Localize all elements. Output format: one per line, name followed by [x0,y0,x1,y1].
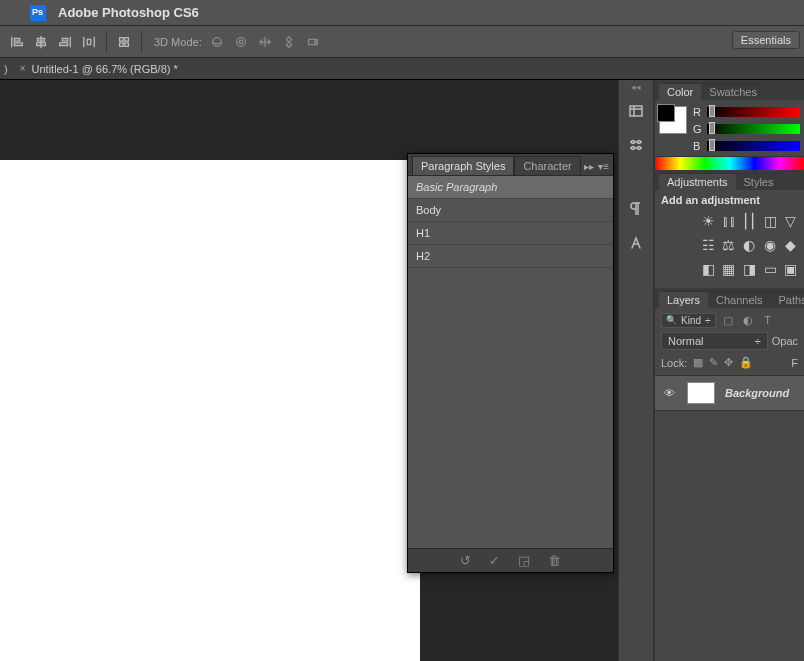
balance-icon[interactable]: ⚖ [722,236,737,254]
collapse-icon[interactable]: ◂◂ [631,82,641,92]
color-spectrum[interactable] [655,156,804,170]
bw-icon[interactable]: ◐ [742,236,757,254]
tab-styles[interactable]: Styles [736,173,782,190]
app-logo-icon [30,5,46,21]
3d-roll-icon[interactable] [232,33,250,51]
r-label: R [693,106,703,118]
distribute-icon[interactable] [78,31,100,53]
color-swatch[interactable] [659,106,687,134]
tab-color[interactable]: Color [659,83,701,100]
lock-pixels-icon[interactable]: ✎ [709,356,718,369]
svg-point-1 [236,37,245,46]
document-tab-label: Untitled-1 @ 66.7% (RGB/8) * [32,63,178,75]
align-left-icon[interactable] [6,31,28,53]
character-icon[interactable] [623,230,649,256]
panel-menu-icon[interactable]: ▾≡ [598,161,609,172]
tab-channels[interactable]: Channels [708,291,770,308]
svg-rect-5 [630,106,642,116]
canvas[interactable] [0,160,420,661]
history-icon[interactable] [623,98,649,124]
threshold-icon[interactable]: ◨ [742,260,757,278]
selective-icon[interactable]: ▣ [783,260,798,278]
dock-column: ◂◂ [618,80,654,661]
divider [106,31,107,53]
style-list-empty [408,268,613,548]
lock-position-icon[interactable]: ✥ [724,356,733,369]
style-item-h2[interactable]: H2 [408,245,613,268]
redefine-icon[interactable]: ✓ [489,553,500,568]
visibility-icon[interactable]: 👁 [661,387,677,399]
brightness-icon[interactable]: ☀ [701,212,716,230]
opacity-label: Opac [772,335,798,347]
layers-panel-tabs: Layers Channels Paths [655,288,804,308]
workspace-switcher[interactable]: Essentials [732,31,800,49]
adjustments-panel: Add an adjustment ☀ ⫿⫿ ⎮⎮ ◫ ▽ ☷ ⚖ ◐ ◉ ◆ … [655,190,804,288]
style-item-body[interactable]: Body [408,199,613,222]
layer-row[interactable]: 👁 Background [655,375,804,411]
layer-thumbnail[interactable] [687,382,715,404]
properties-icon[interactable] [623,132,649,158]
r-slider[interactable] [707,107,800,117]
svg-point-7 [638,141,641,144]
lock-all-icon[interactable]: 🔒 [739,356,753,369]
lock-transparency-icon[interactable]: ▩ [693,356,703,369]
paragraph-panel-footer: ↺ ✓ ◲ 🗑 [408,548,613,572]
paragraph-icon[interactable] [623,196,649,222]
style-list: Basic Paragraph Body H1 H2 [408,176,613,548]
align-center-icon[interactable] [30,31,52,53]
hue-icon[interactable]: ☷ [701,236,716,254]
channel-mixer-icon[interactable]: ◆ [783,236,798,254]
vibrance-icon[interactable]: ▽ [783,212,798,230]
exposure-icon[interactable]: ◫ [763,212,778,230]
tab-layers[interactable]: Layers [659,291,708,308]
filter-pixel-icon[interactable]: ▢ [720,312,736,328]
b-slider[interactable] [707,141,800,151]
invert-icon[interactable]: ◧ [701,260,716,278]
filter-type-icon[interactable]: T [760,312,776,328]
style-item-basic[interactable]: Basic Paragraph [408,176,613,199]
paragraph-styles-panel[interactable]: Paragraph Styles Character ▸▸ ▾≡ Basic P… [407,153,614,573]
gradient-map-icon[interactable]: ▭ [763,260,778,278]
app-title: Adobe Photoshop CS6 [58,5,199,20]
foreground-swatch[interactable] [657,104,675,122]
title-bar: Adobe Photoshop CS6 [0,0,804,26]
tab-paths[interactable]: Paths [771,291,804,308]
posterize-icon[interactable]: ▦ [722,260,737,278]
new-style-icon[interactable]: ◲ [518,553,530,568]
curves-icon[interactable]: ⎮⎮ [742,212,757,230]
style-item-h1[interactable]: H1 [408,222,613,245]
g-slider[interactable] [707,124,800,134]
lock-label: Lock: [661,357,687,369]
photo-filter-icon[interactable]: ◉ [763,236,778,254]
tab-paragraph-styles[interactable]: Paragraph Styles [412,156,514,175]
divider [141,31,142,53]
svg-point-4 [314,40,317,43]
tab-character-styles[interactable]: Character [514,156,580,175]
doc-tab-fragment: ) [0,63,12,75]
levels-icon[interactable]: ⫿⫿ [722,212,737,230]
blend-mode-select[interactable]: Normal÷ [661,332,768,350]
svg-point-2 [239,40,243,44]
close-icon[interactable]: × [20,63,26,74]
3d-scale-icon[interactable] [304,33,322,51]
auto-align-icon[interactable] [113,31,135,53]
delete-style-icon[interactable]: 🗑 [548,553,561,568]
layer-filter-kind[interactable]: Kind ÷ [661,313,716,328]
right-panel-group: Color Swatches R G B Adjustments Styles … [654,80,804,661]
3d-pan-icon[interactable] [256,33,274,51]
filter-adjust-icon[interactable]: ◐ [740,312,756,328]
color-panel-tabs: Color Swatches [655,80,804,100]
3d-rotate-icon[interactable] [208,33,226,51]
options-bar: 3D Mode: Essentials [0,26,804,58]
document-tab[interactable]: × Untitled-1 @ 66.7% (RGB/8) * [12,58,186,80]
svg-point-0 [212,37,221,46]
b-label: B [693,140,703,152]
3d-slide-icon[interactable] [280,33,298,51]
align-right-icon[interactable] [54,31,76,53]
fill-label: F [791,357,798,369]
expand-icon[interactable]: ▸▸ [584,161,594,172]
clear-override-icon[interactable]: ↺ [460,553,471,568]
g-label: G [693,123,703,135]
tab-swatches[interactable]: Swatches [701,83,765,100]
tab-adjustments[interactable]: Adjustments [659,173,736,190]
